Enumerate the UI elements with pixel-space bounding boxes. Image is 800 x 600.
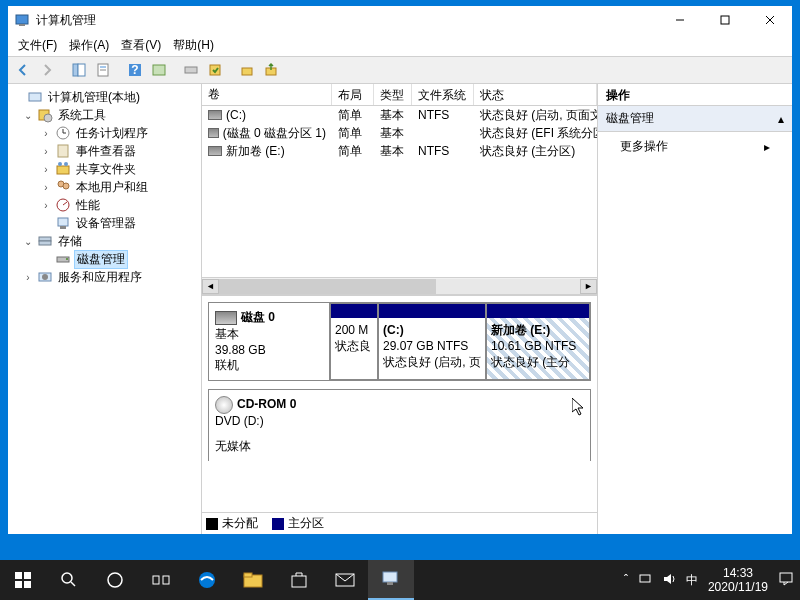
mail-icon[interactable] xyxy=(322,560,368,600)
minimize-button[interactable] xyxy=(657,6,702,34)
svg-rect-16 xyxy=(242,68,252,75)
svg-rect-35 xyxy=(39,241,51,245)
more-actions-item[interactable]: 更多操作▸ xyxy=(598,132,792,161)
scroll-right-button[interactable]: ► xyxy=(580,279,597,294)
svg-rect-55 xyxy=(387,582,393,585)
tree-event-viewer[interactable]: ›事件查看器 xyxy=(10,142,199,160)
tree-services[interactable]: ›服务和应用程序 xyxy=(10,268,199,286)
tree-performance[interactable]: ›性能 xyxy=(10,196,199,214)
disk-graphical-view: 磁盘 0 基本 39.88 GB 联机 200 M状态良 (C:)29.07 G… xyxy=(202,294,597,512)
svg-rect-18 xyxy=(29,93,41,101)
refresh-button[interactable] xyxy=(148,59,170,81)
volume-row[interactable]: (磁盘 0 磁盘分区 1) 简单 基本 状态良好 (EFI 系统分区 xyxy=(202,124,597,142)
partition-e[interactable]: 新加卷 (E:)10.61 GB NTFS状态良好 (主分 xyxy=(486,303,590,380)
task-view-button[interactable] xyxy=(138,560,184,600)
explorer-icon[interactable] xyxy=(230,560,276,600)
svg-rect-47 xyxy=(153,576,159,584)
tree-storage[interactable]: ⌄存储 xyxy=(10,232,199,250)
menu-action[interactable]: 操作(A) xyxy=(69,37,109,54)
tray-clock[interactable]: 14:332020/11/19 xyxy=(708,566,768,595)
compmgmt-taskbar-icon[interactable] xyxy=(368,560,414,600)
cdrom-info[interactable]: CD-ROM 0 DVD (D:) 无媒体 xyxy=(209,390,333,461)
window-title: 计算机管理 xyxy=(36,12,657,29)
scroll-left-button[interactable]: ◄ xyxy=(202,279,219,294)
svg-rect-54 xyxy=(383,572,397,582)
tree-local-users[interactable]: ›本地用户和组 xyxy=(10,178,199,196)
col-filesystem[interactable]: 文件系统 xyxy=(412,84,474,105)
toolbar: ? xyxy=(8,56,792,84)
tray-notifications-icon[interactable] xyxy=(778,571,794,590)
svg-line-45 xyxy=(71,582,75,586)
tool-button-2[interactable] xyxy=(204,59,226,81)
col-volume[interactable]: 卷 xyxy=(202,84,332,105)
col-type[interactable]: 类型 xyxy=(374,84,412,105)
maximize-button[interactable] xyxy=(702,6,747,34)
volume-icon xyxy=(208,146,222,156)
svg-rect-57 xyxy=(780,573,792,582)
tree-system-tools[interactable]: ⌄系统工具 xyxy=(10,106,199,124)
tree-task-scheduler[interactable]: ›任务计划程序 xyxy=(10,124,199,142)
col-layout[interactable]: 布局 xyxy=(332,84,374,105)
show-hide-tree-button[interactable] xyxy=(68,59,90,81)
svg-rect-41 xyxy=(24,572,31,579)
tray-network-icon[interactable] xyxy=(638,572,652,589)
tree-shared-folders[interactable]: ›共享文件夹 xyxy=(10,160,199,178)
taskbar[interactable]: ˆ 中 14:332020/11/19 xyxy=(0,560,800,600)
svg-point-26 xyxy=(58,162,62,166)
svg-rect-0 xyxy=(16,15,28,24)
cdrom-block[interactable]: CD-ROM 0 DVD (D:) 无媒体 xyxy=(208,389,591,461)
app-icon xyxy=(14,12,30,28)
tool-button-4[interactable] xyxy=(260,59,282,81)
system-tray[interactable]: ˆ 中 14:332020/11/19 xyxy=(624,566,800,595)
horizontal-scrollbar[interactable]: ◄ ► xyxy=(202,277,597,294)
svg-point-46 xyxy=(108,573,122,587)
partition-efi[interactable]: 200 M状态良 xyxy=(330,303,378,380)
menu-file[interactable]: 文件(F) xyxy=(18,37,57,54)
volume-list[interactable]: 卷 布局 类型 文件系统 状态 (C:) 简单 基本 NTFS 状态良好 (启动… xyxy=(202,84,597,294)
svg-rect-48 xyxy=(163,576,169,584)
actions-header: 操作 xyxy=(598,84,792,106)
start-button[interactable] xyxy=(0,560,46,600)
store-icon[interactable] xyxy=(276,560,322,600)
tree-device-manager[interactable]: 设备管理器 xyxy=(10,214,199,232)
disk-0-block[interactable]: 磁盘 0 基本 39.88 GB 联机 200 M状态良 (C:)29.07 G… xyxy=(208,302,591,381)
volume-row[interactable]: 新加卷 (E:) 简单 基本 NTFS 状态良好 (主分区) xyxy=(202,142,597,160)
help-button[interactable]: ? xyxy=(124,59,146,81)
tray-volume-icon[interactable] xyxy=(662,572,676,589)
tool-button-3[interactable] xyxy=(236,59,258,81)
disk-0-info[interactable]: 磁盘 0 基本 39.88 GB 联机 xyxy=(209,303,330,380)
svg-rect-7 xyxy=(78,64,85,76)
svg-point-20 xyxy=(44,114,52,122)
cortana-button[interactable] xyxy=(92,560,138,600)
svg-rect-14 xyxy=(185,67,197,73)
volume-list-header[interactable]: 卷 布局 类型 文件系统 状态 xyxy=(202,84,597,106)
svg-rect-1 xyxy=(19,24,25,26)
scroll-thumb[interactable] xyxy=(219,279,436,294)
svg-rect-32 xyxy=(58,218,68,226)
navigation-tree[interactable]: 计算机管理(本地) ⌄系统工具 ›任务计划程序 ›事件查看器 ›共享文件夹 ›本… xyxy=(8,84,202,534)
svg-point-29 xyxy=(63,183,69,189)
menu-help[interactable]: 帮助(H) xyxy=(173,37,214,54)
svg-rect-13 xyxy=(153,65,165,75)
search-button[interactable] xyxy=(46,560,92,600)
partition-c[interactable]: (C:)29.07 GB NTFS状态良好 (启动, 页 xyxy=(378,303,486,380)
properties-button[interactable] xyxy=(92,59,114,81)
col-status[interactable]: 状态 xyxy=(474,84,597,105)
volume-icon xyxy=(208,128,219,138)
titlebar[interactable]: 计算机管理 xyxy=(8,6,792,34)
close-button[interactable] xyxy=(747,6,792,34)
edge-icon[interactable] xyxy=(184,560,230,600)
tray-ime[interactable]: 中 xyxy=(686,572,698,589)
actions-section[interactable]: 磁盘管理▴ xyxy=(598,106,792,132)
tool-button-1[interactable] xyxy=(180,59,202,81)
menubar: 文件(F) 操作(A) 查看(V) 帮助(H) xyxy=(8,34,792,56)
volume-row[interactable]: (C:) 简单 基本 NTFS 状态良好 (启动, 页面文件 xyxy=(202,106,597,124)
tree-root[interactable]: 计算机管理(本地) xyxy=(10,88,199,106)
tree-disk-management[interactable]: 磁盘管理 xyxy=(10,250,199,268)
forward-button[interactable] xyxy=(36,59,58,81)
tray-chevron-icon[interactable]: ˆ xyxy=(624,573,628,587)
svg-rect-33 xyxy=(60,226,66,229)
back-button[interactable] xyxy=(12,59,34,81)
menu-view[interactable]: 查看(V) xyxy=(121,37,161,54)
collapse-icon: ▴ xyxy=(778,112,784,126)
